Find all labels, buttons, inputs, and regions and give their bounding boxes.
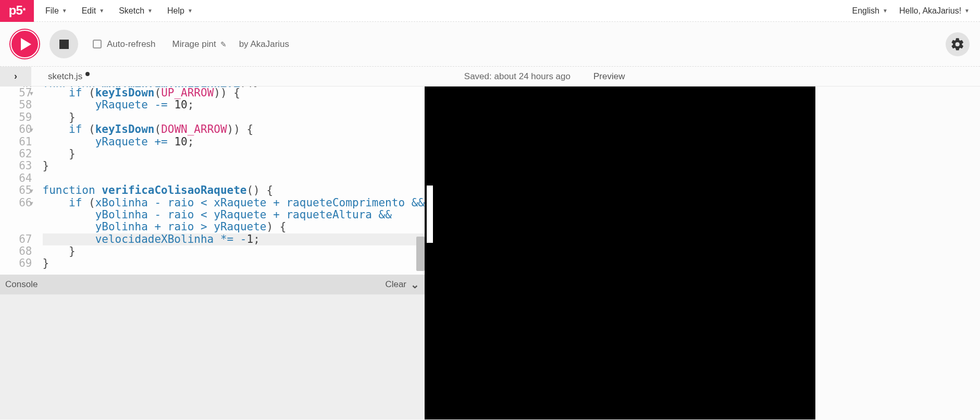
below-row: Console Clear ⌄ [0, 275, 980, 419]
fold-icon[interactable]: ▼ [30, 185, 33, 197]
play-icon [21, 38, 31, 51]
play-button[interactable] [10, 30, 39, 58]
scrollbar-thumb[interactable] [416, 237, 425, 271]
code-line[interactable]: yRaquete -= 10; [43, 99, 425, 111]
toolbar: Auto-refresh Mirage pint ✎ by AkaJarius [0, 22, 980, 67]
menu-file[interactable]: File▼ [45, 6, 67, 16]
main-menus: File▼ Edit▼ Sketch▼ Help▼ [45, 6, 193, 16]
main-row: 5657▼585960▼6162636465▼66▼676869 functio… [0, 87, 980, 275]
current-file[interactable]: sketch.js [48, 71, 90, 82]
saved-status: Saved: about 24 hours ago [464, 71, 570, 82]
editor-scrollbar[interactable] [416, 87, 425, 275]
unsaved-dot-icon [85, 72, 90, 76]
chevron-down-icon: ▼ [99, 8, 104, 14]
code-line[interactable] [43, 172, 425, 184]
code-line[interactable]: velocidadeXBolinha *= -1; [43, 233, 425, 245]
checkbox-icon[interactable] [93, 40, 102, 48]
code-editor[interactable]: 5657▼585960▼6162636465▼66▼676869 functio… [0, 87, 425, 275]
right-menus: English▼ Hello, AkaJarius!▼ [852, 6, 970, 16]
sketch-name[interactable]: Mirage pint ✎ [172, 39, 227, 50]
author-label: by AkaJarius [239, 39, 289, 50]
code-line[interactable]: if (keyIsDown(DOWN_ARROW)) { [43, 123, 425, 135]
p5-logo[interactable]: p5* [0, 0, 34, 22]
pencil-icon[interactable]: ✎ [220, 40, 227, 48]
code-line[interactable]: } [43, 257, 425, 269]
line-gutter: 5657▼585960▼6162636465▼66▼676869 [0, 87, 36, 275]
fold-icon[interactable]: ▼ [30, 197, 33, 209]
auto-refresh-toggle[interactable]: Auto-refresh [93, 39, 156, 50]
top-nav: p5* File▼ Edit▼ Sketch▼ Help▼ English▼ H… [0, 0, 980, 22]
code-line[interactable]: } [43, 245, 425, 257]
menu-help[interactable]: Help▼ [167, 6, 193, 16]
chevron-down-icon: ▼ [188, 8, 193, 14]
code-line[interactable]: } [43, 160, 425, 172]
console-body[interactable] [0, 294, 425, 419]
code-line[interactable]: yBolinha - raio < yRaquete + raqueteAltu… [43, 209, 425, 221]
stop-icon [59, 40, 69, 49]
chevron-down-icon: ▼ [62, 8, 67, 14]
console-clear-button[interactable]: Clear ⌄ [385, 278, 419, 291]
preview-label: Preview [589, 71, 980, 82]
chevron-down-icon[interactable]: ⌄ [411, 278, 419, 291]
fold-icon[interactable]: ▼ [30, 124, 33, 136]
chevron-right-icon: › [14, 71, 17, 82]
chevron-down-icon: ▼ [147, 8, 153, 14]
menu-sketch[interactable]: Sketch▼ [119, 6, 153, 16]
code-line[interactable]: if (xBolinha - raio < xRaquete + raquete… [43, 197, 425, 209]
stop-button[interactable] [49, 30, 78, 58]
file-bar: › sketch.js Saved: about 24 hours ago Pr… [0, 67, 980, 87]
chevron-down-icon: ▼ [883, 8, 888, 14]
code-line[interactable]: yRaquete += 10; [43, 136, 425, 148]
console-header: Console Clear ⌄ [0, 275, 425, 294]
code-line[interactable]: } [43, 148, 425, 160]
code-line[interactable]: function verificaColisaoRaquete() { [43, 184, 425, 196]
settings-button[interactable] [946, 32, 970, 56]
menu-edit[interactable]: Edit▼ [82, 6, 104, 16]
editor-panel: 5657▼585960▼6162636465▼66▼676869 functio… [0, 87, 425, 275]
gear-icon [950, 37, 965, 52]
language-menu[interactable]: English▼ [852, 6, 888, 16]
code-area[interactable]: function movimentaMinhaRaquete(){ if (ke… [36, 87, 425, 275]
preview-canvas[interactable] [425, 87, 815, 275]
console-title: Console [5, 279, 38, 290]
account-menu[interactable]: Hello, AkaJarius!▼ [899, 6, 970, 16]
svg-marker-0 [21, 38, 31, 51]
code-line[interactable]: if (keyIsDown(UP_ARROW)) { [43, 87, 425, 99]
paddle-sprite [427, 186, 433, 243]
sidebar-toggle[interactable]: › [0, 67, 31, 87]
fold-icon[interactable]: ▼ [30, 88, 33, 100]
console-panel: Console Clear ⌄ [0, 275, 425, 419]
chevron-down-icon: ▼ [964, 8, 970, 14]
code-line[interactable]: } [43, 112, 425, 123]
preview-canvas-lower[interactable] [425, 275, 815, 419]
code-line[interactable]: yBolinha + raio > yRaquete) { [43, 221, 425, 233]
auto-refresh-label: Auto-refresh [107, 39, 156, 50]
